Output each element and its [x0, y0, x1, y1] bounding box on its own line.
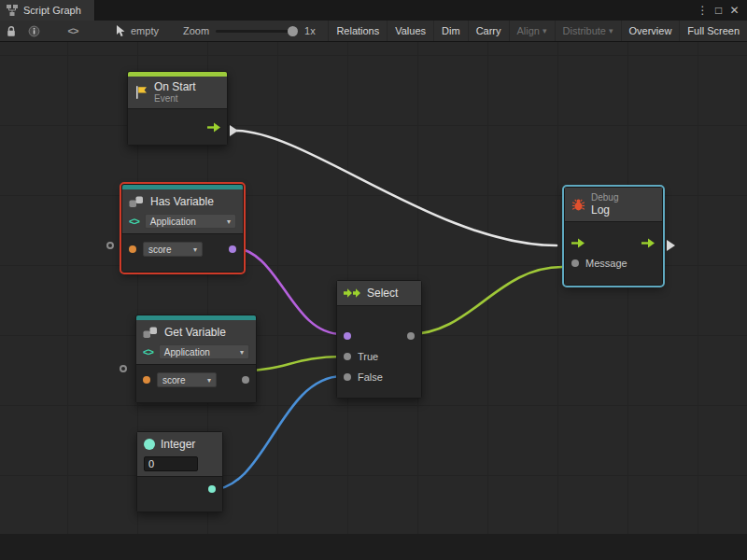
node-select[interactable]: Select True False: [336, 280, 422, 399]
align-button[interactable]: Align ▾: [509, 21, 555, 41]
bool-output-port[interactable]: [229, 245, 236, 253]
true-input-port[interactable]: [344, 353, 351, 360]
kebab-menu-icon[interactable]: ⋮: [695, 0, 711, 21]
variable-name-value: score: [162, 375, 185, 385]
integer-value-field[interactable]: [144, 456, 198, 471]
values-button[interactable]: Values: [387, 21, 433, 41]
canvas-lower-strip: [0, 534, 747, 560]
zoom-value: 1x: [304, 25, 316, 36]
carry-button[interactable]: Carry: [468, 21, 509, 41]
flag-icon: [134, 85, 148, 100]
dim-button[interactable]: Dim: [433, 21, 468, 41]
integer-output-port[interactable]: [208, 485, 216, 493]
select-icon: [344, 287, 361, 299]
chevron-down-icon: ▾: [227, 217, 231, 226]
unconnected-port-indicator: [106, 242, 114, 249]
node-get-variable[interactable]: Get Variable <> Application ▾ score ▾: [135, 315, 257, 403]
variable-scope-dropdown[interactable]: Application ▾: [159, 344, 249, 359]
variables-icon: [129, 196, 145, 208]
zoom-label: Zoom: [183, 25, 209, 36]
tab-script-graph[interactable]: Script Graph: [0, 0, 95, 21]
zoom-slider-handle[interactable]: [288, 26, 298, 36]
message-input-port[interactable]: [571, 259, 579, 267]
variable-scope-dropdown[interactable]: Application ▾: [145, 214, 236, 229]
tab-title: Script Graph: [23, 5, 81, 16]
variable-name-dropdown[interactable]: score ▾: [143, 242, 203, 257]
cursor-icon: [116, 25, 126, 37]
message-port-label: Message: [585, 258, 627, 269]
false-port-label: False: [358, 371, 383, 383]
bug-icon: [571, 198, 585, 212]
code-brackets-icon: <>: [143, 346, 153, 357]
node-title: Log: [591, 203, 618, 217]
value-output-port[interactable]: [242, 376, 249, 384]
node-debug-log[interactable]: Debug Log Message: [564, 187, 663, 286]
variable-name-input-port[interactable]: [143, 376, 150, 384]
distribute-label: Distribute: [563, 25, 606, 36]
maximize-icon[interactable]: □: [711, 0, 726, 21]
title-bar: Script Graph ⋮ □ ✕: [0, 0, 747, 21]
node-has-variable[interactable]: Has Variable <> Application ▾ score ▾: [121, 184, 244, 273]
node-subtitle: Event: [154, 93, 196, 105]
node-category: Debug: [591, 192, 618, 203]
node-integer[interactable]: Integer: [136, 431, 223, 512]
get-variable-header[interactable]: Get Variable <> Application ▾: [136, 320, 256, 364]
overview-button[interactable]: Overview: [621, 21, 680, 41]
chevron-down-icon: ▾: [193, 245, 197, 254]
has-variable-header[interactable]: Has Variable <> Application ▾: [122, 189, 243, 233]
integer-type-icon: [144, 439, 155, 450]
script-graph-window: Script Graph ⋮ □ ✕ <>: [0, 0, 747, 560]
true-port-label: True: [358, 351, 378, 362]
on-start-header[interactable]: On Start Event: [128, 77, 227, 108]
debug-log-header[interactable]: Debug Log: [565, 188, 662, 221]
node-title: Has Variable: [150, 195, 214, 208]
variable-name-value: score: [148, 245, 171, 255]
toolbar-buttons: Relations Values Dim Carry Align ▾ Distr…: [328, 21, 747, 41]
selection-label: empty: [131, 25, 159, 36]
node-title: Integer: [161, 438, 195, 451]
false-input-port[interactable]: [344, 373, 351, 381]
node-on-start[interactable]: On Start Event: [127, 71, 228, 146]
variable-name-dropdown[interactable]: score ▾: [157, 372, 217, 387]
selection-output-port[interactable]: [407, 332, 415, 340]
select-header[interactable]: Select: [337, 281, 421, 305]
edit-source-button[interactable]: <>: [62, 21, 84, 41]
zoom-slider[interactable]: [216, 30, 298, 33]
scope-value: Application: [150, 217, 196, 227]
script-graph-icon: [7, 5, 18, 16]
code-brackets-icon: <>: [68, 25, 78, 36]
node-title: Get Variable: [164, 326, 226, 339]
node-title: On Start: [154, 80, 196, 93]
flow-output-port-icon[interactable]: [207, 122, 221, 133]
align-label: Align: [517, 25, 540, 36]
flow-input-port-icon[interactable]: [571, 238, 585, 248]
variables-icon: [143, 327, 159, 339]
chevron-down-icon: ▾: [207, 376, 211, 385]
selection-indicator: empty: [116, 25, 159, 37]
window-controls: ⋮ □ ✕: [695, 0, 747, 21]
lock-button[interactable]: [0, 21, 22, 41]
chevron-down-icon: ▾: [240, 348, 244, 357]
wire-continue-arrow: [667, 240, 675, 251]
chevron-down-icon: ▾: [609, 26, 613, 35]
distribute-button[interactable]: Distribute ▾: [555, 21, 621, 41]
integer-header[interactable]: Integer: [137, 432, 222, 476]
unconnected-port-indicator: [120, 365, 127, 372]
lock-icon: [6, 25, 17, 37]
flow-output-port-icon[interactable]: [641, 238, 655, 248]
scope-value: Application: [164, 347, 210, 357]
full-screen-button[interactable]: Full Screen: [679, 21, 747, 41]
graph-toolbar: <> empty Zoom 1x Relations Values Dim Ca…: [0, 21, 747, 42]
wire-start-arrow: [230, 125, 238, 136]
chevron-down-icon: ▾: [543, 26, 547, 35]
node-title: Select: [367, 287, 398, 300]
condition-input-port[interactable]: [344, 332, 351, 340]
relations-button[interactable]: Relations: [328, 21, 387, 41]
zoom-control: Zoom 1x: [183, 25, 316, 36]
inspect-button[interactable]: [22, 21, 45, 41]
close-icon[interactable]: ✕: [726, 0, 742, 21]
info-icon: [28, 25, 40, 37]
code-brackets-icon: <>: [129, 216, 139, 227]
variable-name-input-port[interactable]: [129, 245, 136, 253]
